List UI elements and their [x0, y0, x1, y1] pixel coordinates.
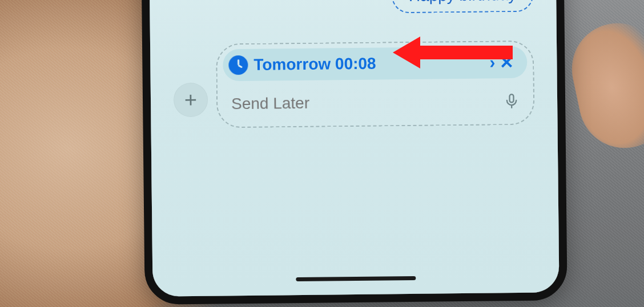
scheduled-message-text: Happy birthday: [409, 0, 517, 5]
schedule-pill[interactable]: Tomorrow 00:08 › ✕: [223, 46, 528, 82]
message-input[interactable]: [231, 92, 501, 113]
clock-icon: [228, 55, 248, 75]
attachments-plus-button[interactable]: +: [174, 83, 208, 118]
svg-rect-0: [509, 94, 513, 102]
dictation-mic-button[interactable]: [501, 91, 522, 111]
home-indicator: [296, 276, 416, 281]
compose-container: Tomorrow 00:08 › ✕: [216, 41, 535, 128]
mic-icon: [504, 93, 520, 109]
cancel-schedule-button[interactable]: ✕: [495, 51, 518, 74]
plus-icon: +: [184, 87, 198, 112]
phone-frame: Delivered Send Later Tomorrow 00:08 Edit…: [140, 0, 567, 305]
messages-screen: Delivered Send Later Tomorrow 00:08 Edit…: [148, 0, 559, 297]
chevron-right-icon: ›: [489, 52, 495, 72]
scheduled-message-bubble[interactable]: Happy birthday: [391, 0, 533, 13]
message-input-row: [223, 85, 528, 120]
schedule-pill-text: Tomorrow 00:08: [253, 54, 488, 74]
